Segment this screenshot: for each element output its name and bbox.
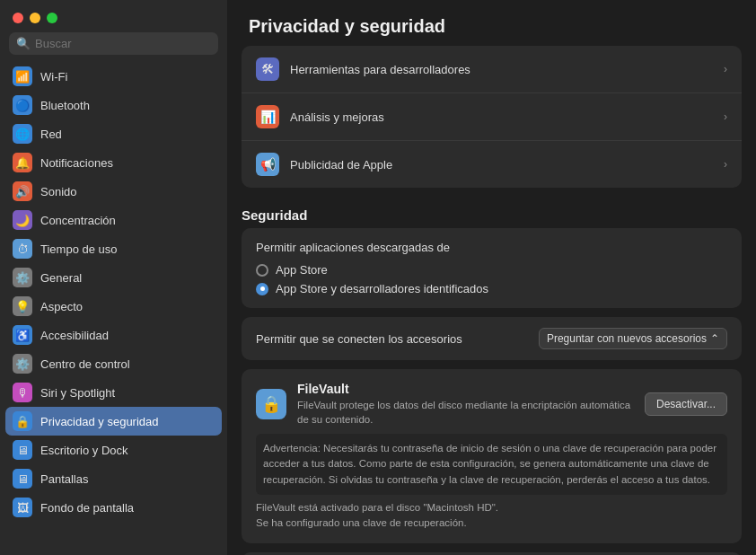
- radio-circle-app-store: [256, 264, 268, 277]
- maximize-button[interactable]: [47, 13, 57, 23]
- analisis-icon: 📊: [256, 105, 279, 128]
- sidebar-label-fondo-de-pantalla: Fondo de pantalla: [40, 501, 134, 515]
- search-bar[interactable]: 🔍: [9, 32, 218, 55]
- sidebar-item-centro-de-control[interactable]: ⚙️ Centro de control: [5, 349, 222, 378]
- filevault-status1: FileVault está activado para el disco "M…: [256, 500, 727, 515]
- filevault-info: FileVault FileVault protege los datos de…: [297, 382, 645, 427]
- close-button[interactable]: [13, 13, 23, 23]
- herramientas-label: Herramientas para desarrolladores: [290, 63, 724, 76]
- page-title: Privacidad y seguridad: [227, 0, 756, 46]
- privacidad-y-seguridad-icon: 🔒: [13, 411, 32, 431]
- sidebar-label-escritorio-y-dock: Escritorio y Dock: [40, 444, 128, 457]
- minimize-button[interactable]: [30, 13, 40, 23]
- sidebar-list: 📶 Wi-Fi 🔵 Bluetooth 🌐 Red 🔔 Notificacion…: [0, 62, 227, 555]
- sidebar-label-pantallas: Pantallas: [40, 472, 88, 486]
- radio-circle-app-store-dev: [256, 283, 268, 295]
- sidebar-label-siri-y-spotlight: Siri y Spotlight: [40, 386, 115, 400]
- sidebar-item-concentracion[interactable]: 🌙 Concentración: [5, 206, 222, 234]
- sidebar-item-notificaciones[interactable]: 🔔 Notificaciones: [5, 148, 222, 177]
- apps-allowed-title: Permitir aplicaciones descargadas de: [256, 241, 727, 254]
- filevault-desc: FileVault protege los datos del disco me…: [297, 398, 645, 427]
- notificaciones-icon: 🔔: [13, 153, 32, 172]
- sidebar-label-general: General: [40, 271, 82, 285]
- filevault-status2: Se ha configurado una clave de recuperac…: [256, 515, 727, 531]
- wifi-icon: 📶: [13, 66, 32, 86]
- search-icon: 🔍: [16, 37, 31, 50]
- radio-group: App Store App Store y desarrolladores id…: [256, 263, 727, 295]
- sidebar-label-aspecto: Aspecto: [40, 300, 83, 313]
- sidebar-item-wifi[interactable]: 📶 Wi-Fi: [5, 62, 222, 91]
- filevault-deactivate-button[interactable]: Desactivar...: [645, 392, 727, 416]
- card-row-publicidad[interactable]: 📢 Publicidad de Apple ›: [242, 141, 742, 188]
- main-content: Privacidad y seguridad 🛠 Herramientas pa…: [227, 0, 756, 555]
- sidebar-label-notificaciones: Notificaciones: [40, 156, 113, 170]
- radio-label-app-store: App Store: [276, 263, 328, 277]
- sidebar-item-tiempo-de-uso[interactable]: ⏱ Tiempo de uso: [5, 234, 222, 263]
- sidebar: 🔍 📶 Wi-Fi 🔵 Bluetooth 🌐 Red 🔔 Notificaci…: [0, 0, 227, 555]
- publicidad-label: Publicidad de Apple: [290, 158, 724, 172]
- apps-allowed-card: Permitir aplicaciones descargadas de App…: [242, 228, 742, 308]
- sidebar-label-red: Red: [40, 128, 62, 141]
- sidebar-item-aspecto[interactable]: 💡 Aspecto: [5, 292, 222, 321]
- sidebar-label-privacidad-y-seguridad: Privacidad y seguridad: [40, 415, 159, 428]
- sidebar-label-sonido: Sonido: [40, 185, 76, 198]
- radio-label-app-store-dev: App Store y desarrolladores identificado…: [276, 282, 488, 295]
- aspecto-icon: 💡: [13, 296, 32, 316]
- seguridad-title: Seguridad: [242, 197, 742, 228]
- publicidad-icon: 📢: [256, 153, 279, 176]
- sidebar-item-siri-y-spotlight[interactable]: 🎙 Siri y Spotlight: [5, 378, 222, 407]
- sidebar-label-centro-de-control: Centro de control: [40, 357, 130, 371]
- traffic-lights: [0, 0, 227, 32]
- filevault-icon: 🔒: [256, 389, 286, 419]
- content-area: 🛠 Herramientas para desarrolladores › 📊 …: [227, 46, 756, 555]
- radio-app-store-dev[interactable]: App Store y desarrolladores identificado…: [256, 282, 727, 295]
- sidebar-item-privacidad-y-seguridad[interactable]: 🔒 Privacidad y seguridad: [5, 407, 222, 436]
- herramientas-icon: 🛠: [256, 57, 279, 81]
- fondo-de-pantalla-icon: 🖼: [13, 498, 32, 517]
- accessories-select[interactable]: Preguntar con nuevos accesorios ⌃: [539, 328, 727, 349]
- sidebar-item-red[interactable]: 🌐 Red: [5, 119, 222, 148]
- tiempo-de-uso-icon: ⏱: [13, 239, 32, 259]
- pantallas-icon: 🖥: [13, 469, 32, 489]
- sidebar-item-escritorio-y-dock[interactable]: 🖥 Escritorio y Dock: [5, 436, 222, 464]
- sidebar-label-concentracion: Concentración: [40, 214, 116, 227]
- sidebar-item-pantallas[interactable]: 🖥 Pantallas: [5, 464, 222, 493]
- accessories-card: Permitir que se conecten los accesorios …: [242, 317, 742, 360]
- filevault-warning: Advertencia: Necesitarás tu contraseña d…: [256, 434, 727, 495]
- sidebar-label-wifi: Wi-Fi: [40, 70, 67, 84]
- analisis-label: Análisis y mejoras: [290, 110, 724, 124]
- accessories-label: Permitir que se conecten los accesorios: [256, 332, 539, 346]
- sidebar-item-bluetooth[interactable]: 🔵 Bluetooth: [5, 91, 222, 119]
- card-row-herramientas[interactable]: 🛠 Herramientas para desarrolladores ›: [242, 46, 742, 93]
- sidebar-item-fondo-de-pantalla[interactable]: 🖼 Fondo de pantalla: [5, 493, 222, 522]
- chevron-right-icon: ›: [724, 110, 727, 123]
- search-input[interactable]: [35, 37, 211, 50]
- sidebar-label-bluetooth: Bluetooth: [40, 99, 90, 112]
- chevron-down-icon: ⌃: [710, 332, 719, 345]
- chevron-right-icon: ›: [724, 158, 727, 171]
- filevault-name: FileVault: [297, 382, 645, 396]
- sidebar-label-accesibilidad: Accesibilidad: [40, 329, 109, 342]
- filevault-card: 🔒 FileVault FileVault protege los datos …: [242, 369, 742, 543]
- radio-app-store[interactable]: App Store: [256, 263, 727, 277]
- concentracion-icon: 🌙: [13, 210, 32, 230]
- accesibilidad-icon: ♿: [13, 325, 32, 345]
- sidebar-label-tiempo-de-uso: Tiempo de uso: [40, 242, 118, 256]
- sidebar-item-accesibilidad[interactable]: ♿ Accesibilidad: [5, 321, 222, 349]
- sidebar-item-general[interactable]: ⚙️ General: [5, 263, 222, 292]
- centro-de-control-icon: ⚙️: [13, 354, 32, 374]
- escritorio-y-dock-icon: 🖥: [13, 440, 32, 460]
- card-row-analisis[interactable]: 📊 Análisis y mejoras ›: [242, 93, 742, 141]
- sidebar-item-sonido[interactable]: 🔊 Sonido: [5, 177, 222, 206]
- top-card: 🛠 Herramientas para desarrolladores › 📊 …: [242, 46, 742, 188]
- accessories-value: Preguntar con nuevos accesorios: [547, 332, 707, 345]
- general-icon: ⚙️: [13, 268, 32, 287]
- sonido-icon: 🔊: [13, 181, 32, 201]
- siri-y-spotlight-icon: 🎙: [13, 383, 32, 402]
- bluetooth-icon: 🔵: [13, 95, 32, 115]
- red-icon: 🌐: [13, 124, 32, 144]
- chevron-right-icon: ›: [724, 63, 727, 75]
